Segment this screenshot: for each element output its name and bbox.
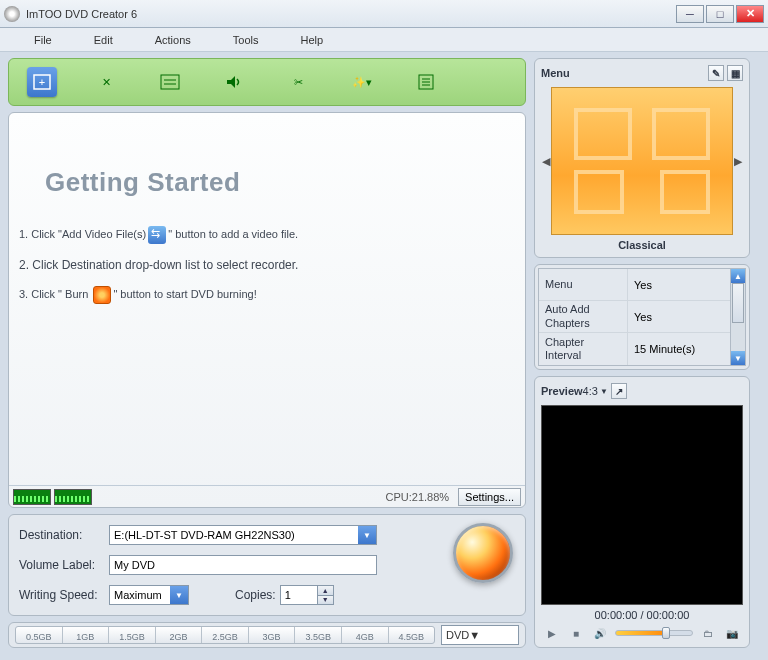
menu-help[interactable]: Help [300,34,323,46]
app-icon [4,6,20,22]
status-bar: CPU:21.88% Settings... [9,485,525,507]
destination-combo[interactable]: E:(HL-DT-ST DVD-RAM GH22NS30)▼ [109,525,377,545]
copies-stepper[interactable]: 1 ▲▼ [280,585,334,605]
volume-icon[interactable]: 🔊 [591,625,609,641]
preview-panel: Preview 4:3 ▼ ↗ 00:00:00 / 00:00:00 ▶ ■ … [534,376,750,648]
edit-menu-button[interactable]: ✎ [708,65,724,81]
chevron-down-icon: ▼ [358,526,376,544]
menu-header: Menu [541,67,570,79]
step-3: 3. Click " Burn " button to start DVD bu… [19,286,507,304]
step-2: 2. Click Destination drop-down list to s… [19,258,507,272]
cpu-label: CPU:21.88% [385,491,449,503]
stepper-down-icon[interactable]: ▼ [317,596,333,605]
burn-button[interactable] [453,523,513,583]
next-template-button[interactable]: ▶ [733,151,743,171]
properties-panel: MenuYes Auto Add ChaptersYes Chapter Int… [534,264,750,370]
fullscreen-button[interactable]: ↗ [611,383,627,399]
writing-speed-label: Writing Speed: [19,588,103,602]
snapshot-button[interactable]: 📷 [723,625,741,641]
play-button[interactable]: ▶ [543,625,561,641]
templates-button[interactable]: ▦ [727,65,743,81]
delete-icon[interactable]: ✕ [91,67,121,97]
copies-label: Copies: [235,588,276,602]
subtitle-icon[interactable] [155,67,185,97]
step-1: 1. Click "Add Video File(s)" button to a… [19,226,507,244]
volume-label-label: Volume Label: [19,558,103,572]
menu-tools[interactable]: Tools [233,34,259,46]
aspect-ratio[interactable]: 4:3 [583,385,598,397]
burn-inline-icon [93,286,111,304]
destination-label: Destination: [19,528,103,542]
writing-speed-combo[interactable]: Maximum▼ [109,585,189,605]
clip-icon[interactable]: ✂ [283,67,313,97]
getting-started-heading: Getting Started [45,167,507,198]
chevron-down-icon: ▼ [600,387,608,396]
size-ruler: 0.5GB 1GB 1.5GB 2GB 2.5GB 3GB 3.5GB 4GB … [15,626,435,644]
svg-rect-2 [161,75,179,89]
maximize-button[interactable]: □ [706,5,734,23]
settings-button[interactable]: Settings... [458,488,521,506]
prev-template-button[interactable]: ◀ [541,151,551,171]
titlebar: ImTOO DVD Creator 6 ─ □ ✕ [0,0,768,28]
menubar: File Edit Actions Tools Help [0,28,768,52]
scroll-up-icon[interactable]: ▲ [731,269,745,283]
props-scrollbar[interactable]: ▲ ▼ [730,268,746,366]
menu-actions[interactable]: Actions [155,34,191,46]
cpu-graph-2 [54,489,92,505]
preview-time: 00:00:00 / 00:00:00 [541,609,743,621]
volume-label-input[interactable]: My DVD [109,555,377,575]
menu-file[interactable]: File [34,34,52,46]
audio-icon[interactable] [219,67,249,97]
snapshot-folder-button[interactable]: 🗀 [699,625,717,641]
toolbar: + ✕ ✂ ✨▾ [8,58,526,106]
chevron-down-icon: ▼ [469,629,480,641]
stop-button[interactable]: ■ [567,625,585,641]
chapter-icon[interactable] [411,67,441,97]
effects-icon[interactable]: ✨▾ [347,67,377,97]
minimize-button[interactable]: ─ [676,5,704,23]
playback-controls: ▶ ■ 🔊 🗀 📷 [541,625,743,641]
content-area: Getting Started 1. Click "Add Video File… [8,112,526,508]
window-title: ImTOO DVD Creator 6 [26,8,676,20]
preview-header: Preview [541,385,583,397]
svg-text:+: + [39,76,45,88]
cpu-graph-1 [13,489,51,505]
burn-settings-panel: Destination: E:(HL-DT-ST DVD-RAM GH22NS3… [8,514,526,616]
stepper-up-icon[interactable]: ▲ [317,586,333,596]
menu-thumbnail[interactable] [551,87,733,235]
chevron-down-icon: ▼ [170,586,188,604]
close-button[interactable]: ✕ [736,5,764,23]
scroll-down-icon[interactable]: ▼ [731,351,745,365]
add-video-icon[interactable]: + [27,67,57,97]
menu-edit[interactable]: Edit [94,34,113,46]
preview-screen [541,405,743,605]
template-name: Classical [541,239,743,251]
disc-type-combo[interactable]: DVD▼ [441,625,519,645]
add-video-inline-icon [148,226,166,244]
disc-size-bar: 0.5GB 1GB 1.5GB 2GB 2.5GB 3GB 3.5GB 4GB … [8,622,526,648]
volume-slider[interactable] [615,630,693,636]
menu-panel: Menu ✎ ▦ ◀ ▶ Classical [534,58,750,258]
